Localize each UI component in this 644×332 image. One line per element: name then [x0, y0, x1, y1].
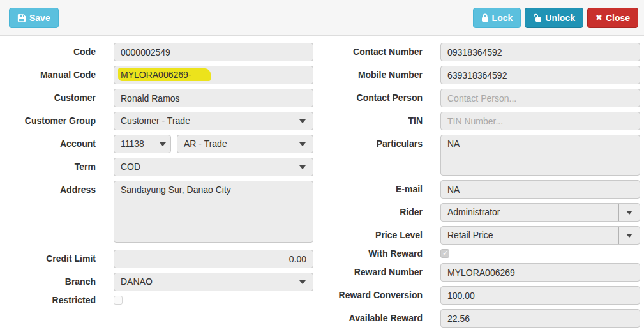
form-column-right: Contact Number Mobile Number Contact Per… [331, 43, 640, 332]
field-branch: Branch DANAO [0, 273, 313, 291]
chevron-down-icon [292, 158, 313, 176]
mobile-number-label: Mobile Number [331, 66, 423, 84]
tin-input[interactable] [440, 112, 640, 130]
lock-icon [481, 13, 489, 22]
contact-person-label: Contact Person [331, 89, 423, 107]
field-contact-person: Contact Person [331, 89, 640, 107]
close-button-label: Close [606, 13, 630, 22]
field-customer: Customer [0, 89, 313, 107]
field-reward-number: Reward Number [331, 263, 640, 282]
chevron-down-icon [618, 227, 640, 244]
particulars-textarea[interactable]: NA [440, 135, 640, 176]
credit-limit-input[interactable] [114, 250, 313, 268]
field-contact-number: Contact Number [331, 43, 640, 61]
customer-input[interactable] [114, 89, 313, 107]
field-account: Account 11138 AR - Trade [0, 135, 313, 153]
field-reward-conversion: Reward Conversion [331, 286, 640, 305]
field-email: E-mail [331, 180, 640, 199]
reward-number-input[interactable] [440, 263, 640, 282]
reward-conversion-input[interactable] [440, 286, 640, 305]
field-price-level: Price Level Retail Price [331, 226, 640, 245]
field-address: Address Sandayung Sur, Danao City [0, 181, 313, 243]
customer-label: Customer [0, 89, 96, 107]
unlock-icon [533, 13, 542, 22]
floppy-disk-icon [17, 13, 26, 22]
with-reward-label: With Reward [331, 249, 423, 259]
field-mobile-number: Mobile Number [331, 66, 640, 84]
reward-conversion-label: Reward Conversion [331, 286, 423, 305]
form-column-left: Code Manual Code MYLORA006269- Customer … [0, 43, 313, 310]
save-button[interactable]: Save [9, 8, 59, 28]
unlock-button[interactable]: Unlock [525, 8, 583, 28]
email-label: E-mail [331, 180, 423, 199]
account-label: Account [0, 135, 96, 153]
lock-button-label: Lock [492, 13, 513, 22]
field-with-reward: With Reward [331, 249, 640, 259]
branch-select[interactable]: DANAO [114, 273, 313, 291]
field-manual-code: Manual Code MYLORA006269- [0, 66, 313, 84]
account-name-select[interactable]: AR - Trade [177, 135, 313, 153]
contact-number-label: Contact Number [331, 43, 423, 61]
price-level-select[interactable]: Retail Price [440, 226, 640, 245]
field-particulars: Particulars NA [331, 135, 640, 176]
email-input[interactable] [440, 180, 640, 199]
price-level-label: Price Level [331, 226, 423, 245]
field-credit-limit: Credit Limit [0, 250, 313, 268]
lock-button[interactable]: Lock [473, 8, 521, 28]
chevron-down-icon [292, 135, 313, 153]
customer-group-value: Customer - Trade [114, 112, 292, 130]
available-reward-label: Available Reward [331, 309, 423, 328]
tin-label: TIN [331, 112, 423, 130]
field-code: Code [0, 43, 313, 61]
close-button[interactable]: ✖ Close [587, 8, 638, 28]
field-restricted: Restricted [0, 296, 313, 305]
account-name-value: AR - Trade [177, 135, 292, 153]
term-value: COD [114, 158, 292, 176]
customer-group-select[interactable]: Customer - Trade [114, 112, 313, 130]
reward-number-label: Reward Number [331, 263, 423, 282]
field-customer-group: Customer Group Customer - Trade [0, 112, 313, 130]
code-label: Code [0, 43, 96, 61]
rider-value: Administrator [441, 204, 618, 221]
available-reward-input[interactable] [440, 309, 640, 328]
chevron-down-icon [292, 273, 313, 290]
with-reward-checkbox [440, 249, 449, 258]
field-available-reward: Available Reward [331, 309, 640, 328]
manual-code-input[interactable]: MYLORA006269- [114, 66, 313, 84]
field-tin: TIN [331, 112, 640, 130]
credit-limit-label: Credit Limit [0, 250, 96, 268]
rider-label: Rider [331, 203, 423, 222]
mobile-number-input[interactable] [440, 66, 640, 84]
particulars-label: Particulars [331, 135, 423, 153]
chevron-down-icon [292, 112, 313, 130]
restricted-label: Restricted [0, 296, 96, 305]
branch-label: Branch [0, 273, 96, 291]
chevron-down-icon [618, 204, 640, 221]
term-label: Term [0, 158, 96, 176]
chevron-down-icon [154, 135, 170, 153]
code-input[interactable] [114, 43, 313, 61]
toolbar-right-group: Lock Unlock ✖ Close [473, 8, 638, 28]
contact-person-input[interactable] [440, 89, 640, 107]
field-rider: Rider Administrator [331, 203, 640, 222]
field-term: Term COD [0, 158, 313, 176]
address-label: Address [0, 181, 96, 199]
toolbar: Save Lock Unlock ✖ Close [0, 0, 644, 36]
unlock-button-label: Unlock [545, 13, 575, 22]
x-icon: ✖ [595, 13, 603, 22]
term-select[interactable]: COD [114, 158, 313, 176]
branch-value: DANAO [114, 273, 292, 290]
price-level-value: Retail Price [441, 227, 618, 244]
contact-number-input[interactable] [440, 43, 640, 61]
manual-code-highlighted-value: MYLORA006269- [118, 68, 211, 81]
account-number-select[interactable]: 11138 [114, 135, 171, 153]
rider-select[interactable]: Administrator [440, 203, 640, 222]
customer-group-label: Customer Group [0, 112, 96, 130]
account-number-value: 11138 [114, 135, 154, 153]
restricted-checkbox[interactable] [114, 296, 123, 305]
save-button-label: Save [29, 13, 50, 22]
address-textarea[interactable]: Sandayung Sur, Danao City [114, 181, 313, 243]
manual-code-label: Manual Code [0, 66, 96, 84]
